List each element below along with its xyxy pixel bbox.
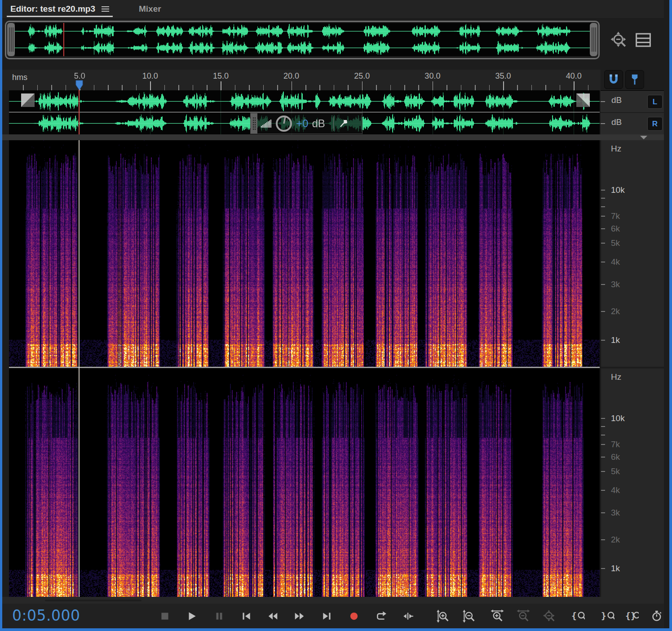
loop-playback-button[interactable] bbox=[373, 609, 389, 623]
gain-knob[interactable] bbox=[274, 114, 293, 133]
freq-tick-label: 2k bbox=[611, 535, 620, 545]
ruler-tick bbox=[376, 85, 377, 90]
zoom-in-vertical-button[interactable] bbox=[435, 609, 451, 623]
hud-grip-handle[interactable] bbox=[251, 113, 257, 133]
freq-tick bbox=[601, 198, 605, 199]
snap-toggle-button[interactable] bbox=[604, 70, 623, 89]
playhead-time-display[interactable]: 0:05.000 bbox=[12, 607, 80, 624]
zoom-to-selection-button[interactable]: {} bbox=[624, 609, 640, 623]
rewind-button[interactable] bbox=[265, 609, 281, 623]
freq-tick-label: 1k bbox=[611, 564, 620, 573]
ruler-tick bbox=[51, 85, 52, 90]
overview-navigator[interactable] bbox=[5, 21, 600, 59]
ruler-tick bbox=[263, 85, 264, 90]
ruler-tick bbox=[136, 85, 137, 90]
channel-solo-right-button[interactable]: R bbox=[647, 117, 663, 131]
ruler-tick bbox=[545, 85, 546, 90]
frequency-axis-right: Hz 10k7k6k5k4k3k2k1k bbox=[601, 369, 666, 597]
overview-waveform bbox=[15, 23, 592, 56]
ruler-tick bbox=[23, 85, 24, 90]
record-button[interactable] bbox=[346, 609, 362, 623]
editor-display-icon[interactable] bbox=[634, 31, 653, 50]
pin-hud-icon[interactable] bbox=[338, 118, 349, 129]
play-button[interactable] bbox=[184, 609, 200, 623]
panel-menu-icon[interactable] bbox=[102, 6, 109, 12]
svg-text:{: { bbox=[571, 611, 577, 621]
playhead-marker[interactable] bbox=[75, 80, 83, 91]
channel-solo-left-button[interactable]: L bbox=[647, 95, 663, 109]
ruler-tick bbox=[362, 81, 363, 90]
overview-right-handle[interactable] bbox=[590, 23, 597, 56]
tab-editor-label: Editor: test re20.mp3 bbox=[10, 4, 95, 14]
spectrogram-display[interactable] bbox=[9, 140, 600, 597]
ruler-tick bbox=[221, 81, 221, 90]
fade-in-handle[interactable] bbox=[21, 93, 35, 107]
freq-tick bbox=[601, 340, 605, 341]
ruler-tick bbox=[433, 81, 433, 90]
fade-out-handle[interactable] bbox=[576, 93, 590, 107]
waveform-display[interactable]: +0 dB bbox=[9, 90, 600, 134]
stop-button[interactable] bbox=[157, 609, 173, 623]
waveform-gridline bbox=[221, 90, 221, 134]
freq-tick-label: 5k bbox=[611, 467, 620, 476]
zoom-to-out-point-button[interactable]: } bbox=[600, 609, 616, 623]
ruler-tick bbox=[235, 85, 236, 90]
ruler-tick bbox=[207, 85, 208, 90]
hud-divider bbox=[333, 116, 334, 131]
marker-tool-button[interactable] bbox=[625, 70, 644, 89]
timeline-ruler[interactable]: hms 5.010.015.020.025.030.035.040.0 bbox=[2, 70, 601, 90]
skip-to-start-button[interactable] bbox=[238, 609, 254, 623]
freq-tick bbox=[601, 512, 605, 513]
ruler-tick bbox=[66, 85, 66, 90]
zoom-out-vertical-button[interactable] bbox=[461, 609, 477, 623]
waveform-gridline bbox=[80, 90, 80, 134]
ruler-tick-label: 15.0 bbox=[213, 71, 229, 81]
ruler-tick bbox=[277, 85, 278, 90]
ruler-tick-label: 20.0 bbox=[283, 71, 299, 81]
ruler-unit-label: hms bbox=[12, 73, 27, 82]
zoom-in-horizontal-button[interactable] bbox=[489, 609, 505, 623]
axis-collapse-arrow-icon[interactable] bbox=[640, 136, 647, 139]
freq-unit-label: Hz bbox=[611, 144, 621, 154]
freq-tick bbox=[601, 457, 605, 458]
skip-selection-button[interactable] bbox=[400, 609, 416, 623]
freq-tick bbox=[601, 284, 605, 285]
ruler-tick bbox=[517, 85, 518, 90]
timer-button[interactable] bbox=[649, 609, 665, 623]
scroll-strip[interactable] bbox=[2, 597, 666, 604]
ruler-tick bbox=[37, 85, 38, 90]
gain-hud[interactable]: +0 dB bbox=[250, 113, 363, 134]
spectrogram-channel-divider[interactable] bbox=[9, 367, 600, 368]
ruler-tick bbox=[560, 85, 561, 90]
playhead-line-waveform bbox=[79, 88, 80, 134]
marker-icon bbox=[628, 73, 641, 86]
transport-bar: 0:05.000 { } {} bbox=[2, 604, 666, 628]
zoom-out-horizontal-button[interactable] bbox=[515, 609, 531, 623]
freq-tick-label: 6k bbox=[611, 224, 620, 234]
ruler-tick bbox=[489, 85, 490, 90]
ruler-tick bbox=[390, 85, 391, 90]
ruler-tick bbox=[249, 85, 250, 90]
waveform-spectrogram-splitter[interactable] bbox=[2, 134, 666, 140]
active-tab-underline bbox=[7, 16, 113, 17]
fast-forward-button[interactable] bbox=[292, 609, 308, 623]
zoom-reset-button[interactable] bbox=[541, 609, 557, 623]
freq-tick bbox=[601, 311, 605, 312]
freq-tick-label: 2k bbox=[611, 307, 620, 316]
freq-tick bbox=[601, 490, 605, 491]
ruler-tick-label: 25.0 bbox=[354, 71, 370, 81]
magnet-icon bbox=[607, 73, 620, 86]
scrollbar-track[interactable] bbox=[45, 600, 141, 601]
skip-to-end-button[interactable] bbox=[319, 609, 335, 623]
playhead-line-spectrogram bbox=[79, 140, 80, 597]
freq-tick-label: 1k bbox=[611, 335, 620, 345]
ruler-tick-label: 5.0 bbox=[74, 71, 85, 81]
overview-left-handle[interactable] bbox=[7, 23, 15, 56]
pause-button[interactable] bbox=[211, 609, 227, 623]
pan-zoom-icon[interactable] bbox=[610, 31, 628, 50]
zoom-to-in-point-button[interactable]: { bbox=[570, 609, 586, 623]
tab-mixer[interactable]: Mixer bbox=[131, 0, 169, 18]
ruler-tick bbox=[348, 85, 349, 90]
freq-tick bbox=[601, 262, 605, 262]
tab-editor[interactable]: Editor: test re20.mp3 bbox=[2, 0, 117, 18]
